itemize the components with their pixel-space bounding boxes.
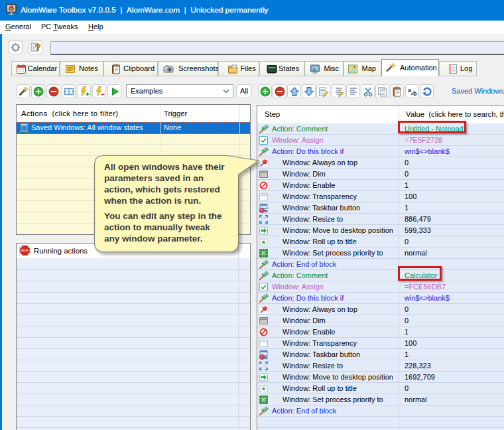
svg-text:a: a: [408, 87, 412, 94]
svg-text:b: b: [413, 90, 417, 97]
svg-text:STOP: STOP: [21, 249, 29, 252]
svg-text:?: ?: [35, 42, 41, 52]
